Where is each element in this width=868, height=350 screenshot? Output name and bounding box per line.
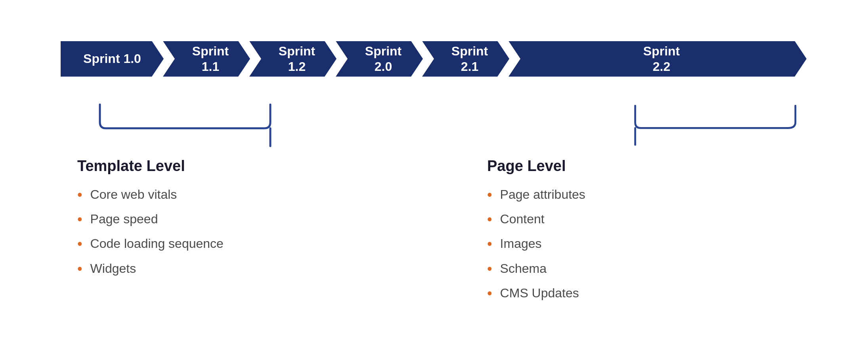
sprint-1-0: Sprint 1.0: [61, 41, 164, 77]
sprint-2-2: Sprint 2.2: [509, 41, 807, 77]
bullet-icon: •: [77, 185, 82, 205]
sprint-row: Sprint 1.0 Sprint 1.1 Sprint 1.2 Sprint …: [61, 41, 807, 77]
list-item: • Core web vitals: [77, 186, 455, 205]
sprint-1-2: Sprint 1.2: [249, 41, 336, 77]
bullet-icon: •: [77, 209, 82, 229]
page-level-list: • Page attributes • Content • Images • S…: [487, 186, 791, 304]
list-item: • CMS Updates: [487, 284, 791, 303]
bullet-icon: •: [487, 234, 492, 254]
list-item: • Schema: [487, 260, 791, 279]
template-level-list: • Core web vitals • Page speed • Code lo…: [77, 186, 455, 279]
template-brace-svg: [61, 101, 471, 148]
bullet-icon: •: [77, 234, 82, 254]
template-level-title: Template Level: [77, 158, 455, 175]
sprint-2-1: Sprint 2.1: [422, 41, 509, 77]
sprint-2-0: Sprint 2.0: [336, 41, 423, 77]
bullet-icon: •: [487, 209, 492, 229]
sprint-1-1: Sprint 1.1: [163, 41, 250, 77]
list-item: • Page attributes: [487, 186, 791, 205]
page-level-section: Page Level • Page attributes • Content •…: [471, 101, 807, 309]
list-item: • Images: [487, 235, 791, 254]
bullet-icon: •: [487, 185, 492, 205]
template-level-content: Template Level • Core web vitals • Page …: [61, 158, 471, 279]
list-item: • Code loading sequence: [77, 235, 455, 254]
page-brace-svg: [471, 101, 807, 148]
bullet-icon: •: [487, 259, 492, 279]
list-item: • Widgets: [77, 260, 455, 279]
list-item: • Content: [487, 210, 791, 229]
main-container: Sprint 1.0 Sprint 1.1 Sprint 1.2 Sprint …: [38, 25, 830, 325]
list-item: • Page speed: [77, 210, 455, 229]
bullet-icon: •: [487, 283, 492, 303]
page-level-content: Page Level • Page attributes • Content •…: [471, 158, 807, 304]
bullet-icon: •: [77, 259, 82, 279]
brace-section: Template Level • Core web vitals • Page …: [61, 101, 807, 309]
page-level-title: Page Level: [487, 158, 791, 175]
template-level-section: Template Level • Core web vitals • Page …: [61, 101, 471, 309]
